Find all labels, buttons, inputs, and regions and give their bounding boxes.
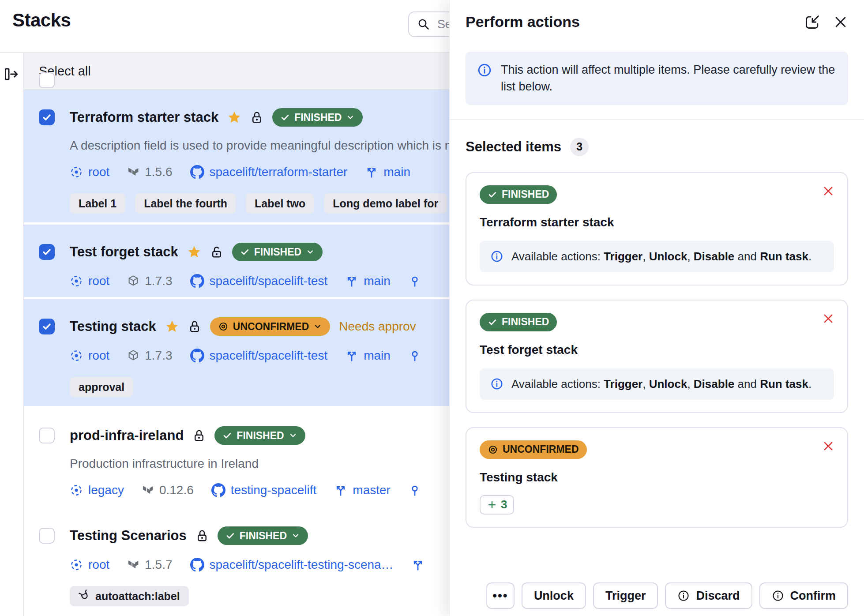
commit-icon[interactable] bbox=[408, 274, 421, 288]
terraform-icon bbox=[127, 559, 139, 571]
status-badge-finished[interactable]: FINISHED bbox=[214, 426, 305, 445]
info-icon bbox=[677, 590, 690, 602]
remove-item-icon[interactable] bbox=[822, 184, 835, 198]
collapse-panel-icon[interactable] bbox=[804, 14, 821, 30]
eye-target-icon bbox=[218, 321, 229, 332]
status-badge-finished[interactable]: FINISHED bbox=[272, 108, 363, 127]
autoattach-label-pill[interactable]: autoattach:label bbox=[70, 586, 189, 606]
chevron-down-icon bbox=[291, 531, 300, 540]
branch-icon[interactable] bbox=[411, 558, 424, 571]
stack-row-testing-stack[interactable]: Testing stack UNCONFIRMED Needs approv r bbox=[24, 299, 449, 406]
branch-link[interactable]: master bbox=[334, 483, 391, 497]
available-actions-strip: Available actions: Trigger, Unlock, Disa… bbox=[480, 241, 834, 272]
status-badge-finished: FINISHED bbox=[480, 313, 557, 331]
check-icon bbox=[222, 431, 232, 440]
space-link[interactable]: legacy bbox=[70, 483, 124, 497]
card-stack-title: Terraform starter stack bbox=[480, 215, 834, 229]
repo-link[interactable]: spacelift/spacelift-testing-scena… bbox=[190, 558, 394, 572]
more-actions-button[interactable]: ••• bbox=[486, 582, 515, 609]
check-icon bbox=[225, 531, 235, 541]
row-checkbox[interactable] bbox=[39, 528, 55, 544]
repo-link[interactable]: spacelift/spacelift-test bbox=[190, 274, 328, 288]
space-link[interactable]: root bbox=[70, 558, 109, 572]
stack-list: Terraform starter stack FINISHED A descr… bbox=[24, 90, 449, 616]
discard-button[interactable]: Discard bbox=[665, 582, 752, 609]
row-checkbox[interactable] bbox=[39, 109, 55, 125]
stack-description: A description field is used to provide m… bbox=[70, 139, 449, 153]
stack-row-test-forget[interactable]: Test forget stack FINISHED root bbox=[24, 225, 449, 297]
label-pill[interactable]: Label the fourth bbox=[135, 193, 236, 214]
remove-item-icon[interactable] bbox=[822, 312, 835, 325]
remove-item-icon[interactable] bbox=[822, 439, 835, 453]
status-badge-unconfirmed[interactable]: UNCONFIRMED bbox=[210, 317, 331, 336]
status-badge-finished[interactable]: FINISHED bbox=[232, 243, 323, 261]
unlock-button[interactable]: Unlock bbox=[522, 582, 586, 609]
space-link[interactable]: root bbox=[70, 274, 109, 288]
space-icon bbox=[70, 165, 83, 179]
star-icon[interactable] bbox=[227, 110, 241, 124]
stack-title[interactable]: Testing Scenarios bbox=[70, 528, 187, 544]
stack-title[interactable]: Testing stack bbox=[70, 319, 156, 334]
star-icon[interactable] bbox=[187, 245, 201, 259]
branch-icon bbox=[345, 274, 358, 288]
branch-link[interactable]: main bbox=[345, 274, 391, 288]
tool-version: 1.5.7 bbox=[127, 558, 172, 572]
repo-link[interactable]: spacelift/terraform-starter bbox=[190, 165, 348, 179]
row-checkbox[interactable] bbox=[39, 428, 55, 443]
select-all-bar: Select all bbox=[24, 52, 449, 90]
card-stack-title: Testing stack bbox=[480, 470, 834, 485]
label-pill[interactable]: Label 1 bbox=[70, 193, 125, 214]
space-icon bbox=[70, 274, 83, 288]
branch-link[interactable]: main bbox=[365, 165, 410, 179]
row-checkbox[interactable] bbox=[39, 244, 55, 260]
eye-target-icon bbox=[488, 444, 498, 455]
chevron-down-icon bbox=[289, 431, 297, 440]
stack-title[interactable]: Test forget stack bbox=[70, 244, 178, 260]
lock-icon bbox=[188, 320, 201, 333]
space-link[interactable]: root bbox=[70, 349, 109, 363]
more-labels-chip[interactable]: 3 bbox=[480, 495, 514, 515]
stack-row-prod-infra-ireland[interactable]: prod-infra-ireland FINISHED Production i… bbox=[24, 408, 449, 506]
branch-icon bbox=[334, 484, 347, 497]
label-pill[interactable]: Label two bbox=[246, 193, 314, 214]
label-pill[interactable]: Long demo label for bbox=[324, 193, 447, 214]
expand-sidebar-icon[interactable] bbox=[4, 66, 19, 82]
card-stack-title: Test forget stack bbox=[480, 343, 834, 357]
commit-icon[interactable] bbox=[408, 484, 421, 497]
row-checkbox[interactable] bbox=[39, 319, 55, 334]
stack-title[interactable]: Terraform starter stack bbox=[70, 109, 218, 125]
chevron-down-icon bbox=[346, 113, 355, 122]
tool-version: 1.5.6 bbox=[127, 165, 172, 179]
tool-version: 1.7.3 bbox=[127, 349, 172, 363]
info-icon bbox=[477, 63, 492, 78]
search-icon bbox=[417, 18, 430, 31]
trigger-button[interactable]: Trigger bbox=[593, 582, 658, 609]
stack-row-terraform-starter[interactable]: Terraform starter stack FINISHED A descr… bbox=[24, 90, 449, 222]
branch-icon bbox=[365, 165, 378, 179]
panel-divider bbox=[450, 119, 864, 120]
status-badge-finished: FINISHED bbox=[480, 185, 557, 204]
commit-icon[interactable] bbox=[408, 349, 421, 362]
notice-text: This action will affect multiple items. … bbox=[501, 61, 837, 95]
status-badge-unconfirmed: UNCONFIRMED bbox=[480, 440, 587, 459]
stack-title[interactable]: prod-infra-ireland bbox=[70, 428, 184, 443]
space-link[interactable]: root bbox=[70, 165, 109, 179]
status-badge-finished[interactable]: FINISHED bbox=[218, 526, 308, 545]
github-icon bbox=[190, 165, 204, 179]
selected-item-card: FINISHED Terraform starter stack Availab… bbox=[466, 172, 848, 285]
branch-link[interactable]: main bbox=[345, 349, 391, 363]
info-icon bbox=[490, 250, 503, 263]
select-all-checkbox[interactable] bbox=[39, 72, 55, 88]
repo-link[interactable]: testing-spacelift bbox=[211, 483, 317, 497]
stack-row-testing-scenarios[interactable]: Testing Scenarios FINISHED root 1.5.7 bbox=[24, 508, 449, 615]
star-icon[interactable] bbox=[165, 319, 179, 334]
stack-description: Production infrastructure in Ireland bbox=[70, 457, 449, 471]
label-pill[interactable]: approval bbox=[70, 377, 133, 397]
available-actions-strip: Available actions: Trigger, Unlock, Disa… bbox=[480, 368, 834, 400]
close-icon[interactable] bbox=[833, 15, 848, 30]
lock-icon bbox=[192, 429, 206, 442]
info-icon bbox=[772, 590, 784, 602]
tool-version: 1.7.3 bbox=[127, 274, 172, 288]
confirm-button[interactable]: Confirm bbox=[759, 582, 849, 609]
repo-link[interactable]: spacelift/spacelift-test bbox=[190, 349, 328, 363]
